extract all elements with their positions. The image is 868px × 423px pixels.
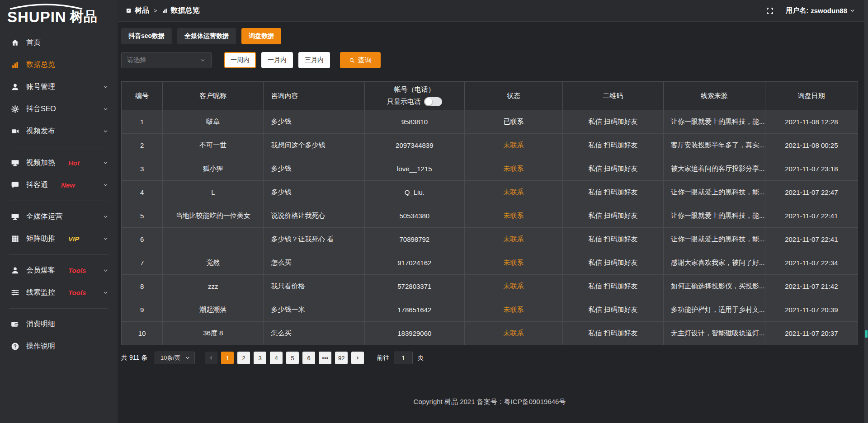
source-link[interactable]: 让你一眼就爱上的黑科技，能... [663, 228, 765, 251]
sidebar-item-video-publish[interactable]: 视频发布 [0, 120, 118, 142]
source-link[interactable]: 让你一眼就爱上的黑科技，能... [663, 181, 765, 204]
cell-date: 2021-11-08 00:25 [765, 134, 858, 157]
qrcode-action-link[interactable]: 私信 扫码加好友 [562, 298, 663, 322]
sidebar-item-lead-monitoring[interactable]: 线索监控 Tools [0, 282, 118, 304]
cell-account: 183929060 [364, 322, 465, 345]
question-circle-icon [11, 342, 19, 351]
prev-page-button[interactable] [205, 352, 217, 364]
cell-content: 我想问这个多少钱 [264, 134, 364, 157]
cell-account: 178651642 [364, 298, 465, 322]
status-text: 未联系 [465, 181, 563, 204]
qrcode-action-link[interactable]: 私信 扫码加好友 [562, 134, 663, 157]
footer-copyright: Copyright 树品 2021 备案号：粤ICP备09019646号 [121, 398, 858, 406]
logo-text-cn: 树品 [70, 8, 97, 26]
page-button-92[interactable]: 92 [335, 352, 348, 364]
sidebar-menu: 首页 数据总览 账号管理 抖音SEO 视频发布 视频加热 Hot [0, 32, 118, 357]
sidebar-item-label: 首页 [26, 38, 41, 47]
range-month-button[interactable]: 一月内 [261, 52, 293, 68]
qrcode-action-link[interactable]: 私信 扫码加好友 [562, 204, 663, 228]
cell-content: 多少钱 [264, 181, 364, 204]
source-link[interactable]: 让你一眼就爱上的黑科技，能... [663, 110, 765, 134]
cell-date: 2021-11-07 22:41 [765, 228, 858, 251]
qrcode-action-link[interactable]: 私信 扫码加好友 [562, 181, 663, 204]
cell-account: 572803371 [364, 275, 465, 298]
page-button-5[interactable]: 5 [286, 352, 299, 364]
sidebar-item-video-heating[interactable]: 视频加热 Hot [0, 152, 118, 174]
cell-content: 多少钱一米 [264, 298, 364, 322]
col-header-date: 询盘日期 [765, 82, 858, 110]
sidebar: SHUPIN 树品 首页 数据总览 账号管理 抖音SEO 视频发布 [0, 0, 118, 423]
sidebar-item-omnimedia-operation[interactable]: 全媒体运营 [0, 206, 118, 228]
tab-douyin-seo-data[interactable]: 抖音seo数据 [121, 28, 172, 44]
sidebar-item-douketong[interactable]: 抖客通 New [0, 174, 118, 196]
sidebar-item-account-management[interactable]: 账号管理 [0, 76, 118, 98]
sidebar-item-matrix-boost[interactable]: 矩阵助推 VIP [0, 228, 118, 250]
goto-page-input[interactable] [394, 352, 413, 364]
status-text: 未联系 [465, 134, 563, 157]
sidebar-item-label: 账号管理 [26, 82, 55, 92]
query-button[interactable]: 查询 [340, 52, 381, 68]
sidebar-item-home[interactable]: 首页 [0, 32, 118, 54]
page-ellipsis-button[interactable]: ••• [319, 352, 331, 364]
source-link[interactable]: 感谢大家喜欢我家，被问了好... [663, 251, 765, 275]
cell-content: 多少钱 [264, 157, 364, 181]
tab-inquiry-data[interactable]: 询盘数据 [241, 28, 281, 44]
tab-omnimedia-data[interactable]: 全媒体运营数据 [177, 28, 236, 44]
cell-id: 1 [122, 110, 163, 134]
sidebar-item-consumption-details[interactable]: 消费明细 [0, 313, 118, 335]
sidebar-item-instructions[interactable]: 操作说明 [0, 335, 118, 357]
page-button-1[interactable]: 1 [221, 352, 234, 364]
status-text: 未联系 [465, 275, 563, 298]
sidebar-item-label: 消费明细 [26, 320, 55, 329]
cell-nickname: L [163, 181, 264, 204]
qrcode-action-link[interactable]: 私信 扫码加好友 [562, 322, 663, 345]
qrcode-action-link[interactable]: 私信 扫码加好友 [562, 110, 663, 134]
next-page-button[interactable] [351, 352, 364, 364]
qrcode-action-link[interactable]: 私信 扫码加好友 [562, 275, 663, 298]
source-link[interactable]: 如何正确选择投影仪，买投影... [663, 275, 765, 298]
cell-account: 50534380 [364, 204, 465, 228]
sidebar-item-member-baoke[interactable]: 会员爆客 Tools [0, 259, 118, 282]
monitor-icon [11, 212, 19, 221]
page-scrollbar[interactable] [864, 0, 868, 423]
phone-only-toggle[interactable] [424, 97, 442, 106]
filter-select[interactable]: 请选择 [121, 52, 212, 68]
page-button-4[interactable]: 4 [270, 352, 283, 364]
qrcode-action-link[interactable]: 私信 扫码加好友 [562, 251, 663, 275]
sidebar-item-label: 抖客通 [26, 180, 48, 190]
page-button-6[interactable]: 6 [302, 352, 315, 364]
source-link[interactable]: 让你一眼就爱上的黑科技，能... [663, 204, 765, 228]
gear-icon [11, 105, 19, 113]
sidebar-item-douyin-seo[interactable]: 抖音SEO [0, 98, 118, 120]
page-button-2[interactable]: 2 [237, 352, 250, 364]
source-link[interactable]: 客厅安装投影半年多了，真实... [663, 134, 765, 157]
scrollbar-thumb[interactable] [865, 330, 868, 338]
page-button-3[interactable]: 3 [254, 352, 266, 364]
range-week-button[interactable]: 一周内 [224, 52, 256, 68]
page-size-select[interactable]: 10条/页 [155, 352, 195, 364]
range-three-months-button[interactable]: 三月内 [298, 52, 330, 68]
brand-logo: SHUPIN 树品 [0, 0, 118, 29]
source-link[interactable]: 被大家追着问的客厅投影分享... [663, 157, 765, 181]
source-link[interactable]: 多功能护栏灯，适用于乡村文... [663, 298, 765, 322]
qrcode-action-link[interactable]: 私信 扫码加好友 [562, 157, 663, 181]
breadcrumb-separator: > [152, 7, 159, 14]
chevron-down-icon [103, 182, 108, 188]
cell-account: Q_Liu. [364, 181, 465, 204]
sidebar-item-label: 数据总览 [26, 60, 55, 70]
cell-id: 3 [122, 157, 163, 181]
user-menu[interactable]: 用户名: zswodun88 [786, 6, 855, 15]
status-text: 未联系 [465, 157, 563, 181]
col-header-status: 状态 [465, 82, 563, 110]
fullscreen-icon[interactable] [766, 7, 774, 15]
sidebar-item-data-overview[interactable]: 数据总览 [0, 54, 118, 76]
chevron-down-icon [103, 106, 108, 112]
bar-chart-icon [162, 8, 168, 14]
cell-date: 2021-11-07 22:41 [765, 204, 858, 228]
breadcrumb-root[interactable]: 树品 [135, 6, 149, 15]
qrcode-action-link[interactable]: 私信 扫码加好友 [562, 228, 663, 251]
source-link[interactable]: 无主灯设计，智能磁吸轨道灯... [663, 322, 765, 345]
user-icon [11, 266, 19, 275]
cell-nickname: 当地比较能吃的一位美女 [163, 204, 264, 228]
status-text: 未联系 [465, 204, 563, 228]
